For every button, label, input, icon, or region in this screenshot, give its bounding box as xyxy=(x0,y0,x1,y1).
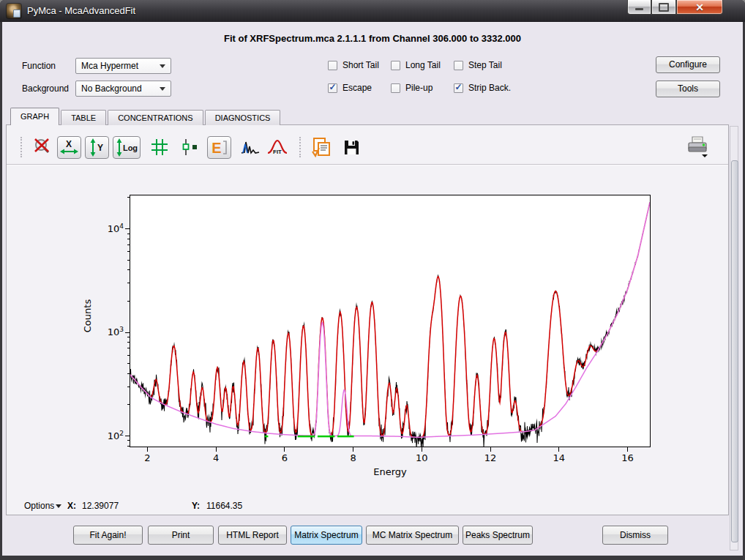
tick-label: 16 xyxy=(617,452,639,463)
configure-button[interactable]: Configure xyxy=(656,56,720,73)
svg-text:E: E xyxy=(211,140,221,156)
plot-toolbar: X Y Log xyxy=(20,134,366,160)
tab-diagnostics[interactable]: DIAGNOSTICS xyxy=(205,110,281,125)
checkbox-box: ✓ xyxy=(391,61,400,70)
close-icon: ✕ xyxy=(695,1,704,14)
tick-mark xyxy=(127,404,130,405)
tick-mark xyxy=(627,447,628,452)
function-combobox[interactable]: Mca Hypermet xyxy=(75,58,171,74)
checkbox-escape[interactable]: ✓ Escape xyxy=(328,82,372,94)
tick-mark xyxy=(127,197,130,198)
tick-label: 6 xyxy=(274,452,296,463)
fit-header-title: Fit of XRFSpectrum.mca 2.1.1.1 from Chan… xyxy=(2,33,743,44)
checkbox-label: Long Tail xyxy=(405,60,441,70)
tick-mark xyxy=(558,447,559,452)
spectrum-chart[interactable] xyxy=(130,195,650,447)
html-report-button[interactable]: HTML Report xyxy=(218,526,287,545)
svg-text:X: X xyxy=(66,139,72,149)
cursor-x-label: X: xyxy=(67,501,76,511)
tick-mark xyxy=(127,440,130,441)
tick-mark xyxy=(490,447,491,452)
combo-arrow-icon xyxy=(160,87,165,91)
y-autoscale-button[interactable]: Y xyxy=(85,136,109,159)
cursor-x-value: 12.39077 xyxy=(82,501,119,511)
tick-mark xyxy=(422,447,422,452)
checkbox-box: ✓ xyxy=(454,61,463,70)
tick-mark xyxy=(127,337,130,337)
background-combobox[interactable]: No Background xyxy=(75,81,171,97)
tick-mark xyxy=(127,363,130,364)
dismiss-button[interactable]: Dismiss xyxy=(602,526,668,545)
tick-mark xyxy=(127,348,130,348)
x-axis-title: Energy xyxy=(130,466,651,477)
checkbox-box: ✓ xyxy=(328,61,337,70)
tick-mark xyxy=(125,436,130,436)
print-button[interactable]: Print xyxy=(148,526,214,545)
tick-label: 14 xyxy=(548,452,570,463)
print-icon[interactable] xyxy=(685,135,710,159)
checkbox-pile-up[interactable]: ✓ Pile-up xyxy=(391,82,433,94)
tick-mark xyxy=(284,447,285,452)
background-value: No Background xyxy=(81,83,142,94)
toolbar-divider xyxy=(7,164,728,165)
x-autoscale-button[interactable]: X xyxy=(57,136,81,159)
energy-axis-button[interactable]: E xyxy=(207,136,231,159)
tick-mark xyxy=(127,355,130,356)
tick-mark xyxy=(127,283,130,283)
tick-mark xyxy=(127,260,130,261)
tick-label: 4 xyxy=(205,452,227,463)
maximize-button[interactable] xyxy=(651,0,676,15)
grid-icon[interactable] xyxy=(149,135,171,159)
pymca-window: PyMca - McaAdvancedFit ✕ Fit of XRFSpect… xyxy=(0,0,745,560)
copy-to-clipboard-icon[interactable] xyxy=(310,135,332,159)
vertical-scrollbar[interactable] xyxy=(730,126,738,550)
checkbox-long-tail[interactable]: ✓ Long Tail xyxy=(391,59,441,71)
toolbar-handle[interactable] xyxy=(299,137,304,157)
combo-arrow-icon xyxy=(160,64,165,68)
checkbox-label: Escape xyxy=(342,83,372,93)
save-icon[interactable] xyxy=(340,135,362,159)
tab-concentrations[interactable]: CONCENTRATIONS xyxy=(108,110,203,125)
checkbox-strip-back[interactable]: ✓ Strip Back. xyxy=(454,82,511,94)
tools-button[interactable]: Tools xyxy=(656,81,720,97)
checkbox-label: Step Tail xyxy=(468,60,502,70)
tick-mark xyxy=(127,239,130,239)
minimize-button[interactable] xyxy=(627,0,651,15)
tick-mark xyxy=(353,447,353,452)
cursor-y-label: Y: xyxy=(192,501,200,511)
toolbar-handle[interactable] xyxy=(20,137,26,157)
matrix-spectrum-button[interactable]: Matrix Spectrum xyxy=(291,526,362,545)
tick-mark xyxy=(127,387,130,387)
options-menu[interactable]: Options xyxy=(24,501,61,511)
fit-icon[interactable]: FIT xyxy=(266,135,288,159)
function-value: Mca Hypermet xyxy=(81,61,138,71)
peak-markers-icon[interactable] xyxy=(179,135,201,159)
tick-mark xyxy=(127,244,130,245)
close-button[interactable]: ✕ xyxy=(676,0,723,15)
tick-label: 10 xyxy=(411,452,433,463)
cursor-status-row: Options X: 12.39077 Y: 11664.35 xyxy=(0,501,741,514)
tab-table[interactable]: TABLE xyxy=(61,110,106,125)
title-bar[interactable]: PyMca - McaAdvancedFit ✕ xyxy=(0,0,745,22)
zoom-reset-icon[interactable] xyxy=(31,135,53,159)
mc-matrix-spectrum-button[interactable]: MC Matrix Spectrum xyxy=(366,526,459,545)
fit-again-button[interactable]: Fit Again! xyxy=(73,526,143,545)
checkbox-label: Short Tail xyxy=(342,60,379,70)
tick-mark xyxy=(127,269,130,270)
scrollbar-thumb[interactable] xyxy=(731,160,738,542)
checkbox-step-tail[interactable]: ✓ Step Tail xyxy=(454,59,502,71)
peaks-spectrum-button[interactable]: Peaks Spectrum xyxy=(463,526,533,545)
tick-mark xyxy=(127,446,130,447)
tab-graph[interactable]: GRAPH xyxy=(10,108,59,125)
tick-mark xyxy=(216,447,217,452)
cursor-y-value: 11664.35 xyxy=(206,501,242,511)
tick-mark xyxy=(127,301,130,302)
raw-spectrum-icon[interactable] xyxy=(239,135,261,159)
tick-mark xyxy=(125,228,130,229)
log-scale-button[interactable]: Log xyxy=(113,136,141,159)
tick-label: 103 xyxy=(90,326,124,337)
tick-mark xyxy=(127,373,130,374)
checkbox-short-tail[interactable]: ✓ Short Tail xyxy=(328,59,379,71)
options-arrow-icon xyxy=(56,504,61,508)
plot-area[interactable] xyxy=(130,195,651,447)
